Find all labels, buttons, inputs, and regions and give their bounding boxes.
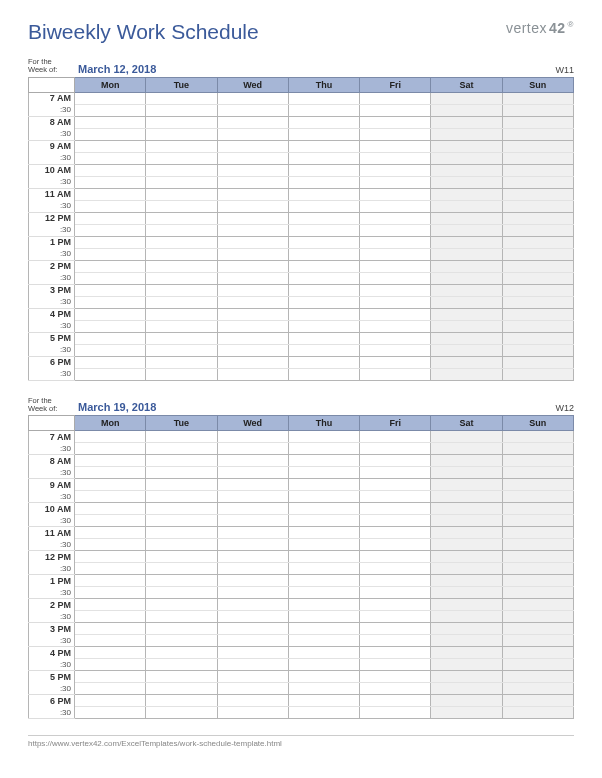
- schedule-cell[interactable]: [288, 647, 359, 659]
- schedule-cell[interactable]: [75, 176, 146, 188]
- schedule-cell[interactable]: [288, 248, 359, 260]
- schedule-cell[interactable]: [360, 635, 431, 647]
- schedule-cell[interactable]: [431, 320, 502, 332]
- schedule-cell[interactable]: [502, 671, 573, 683]
- schedule-cell[interactable]: [288, 443, 359, 455]
- schedule-cell[interactable]: [360, 671, 431, 683]
- schedule-cell[interactable]: [502, 152, 573, 164]
- schedule-cell[interactable]: [217, 140, 288, 152]
- schedule-cell[interactable]: [431, 635, 502, 647]
- schedule-cell[interactable]: [217, 671, 288, 683]
- schedule-cell[interactable]: [502, 587, 573, 599]
- schedule-cell[interactable]: [360, 623, 431, 635]
- schedule-cell[interactable]: [431, 503, 502, 515]
- schedule-cell[interactable]: [431, 188, 502, 200]
- schedule-cell[interactable]: [360, 128, 431, 140]
- schedule-cell[interactable]: [431, 443, 502, 455]
- schedule-cell[interactable]: [217, 200, 288, 212]
- schedule-cell[interactable]: [146, 527, 217, 539]
- schedule-cell[interactable]: [431, 683, 502, 695]
- schedule-cell[interactable]: [502, 635, 573, 647]
- schedule-cell[interactable]: [146, 308, 217, 320]
- schedule-cell[interactable]: [288, 296, 359, 308]
- schedule-cell[interactable]: [431, 164, 502, 176]
- schedule-cell[interactable]: [288, 503, 359, 515]
- schedule-cell[interactable]: [288, 515, 359, 527]
- schedule-cell[interactable]: [75, 92, 146, 104]
- schedule-cell[interactable]: [217, 128, 288, 140]
- schedule-cell[interactable]: [217, 320, 288, 332]
- schedule-cell[interactable]: [502, 332, 573, 344]
- schedule-cell[interactable]: [502, 431, 573, 443]
- schedule-cell[interactable]: [502, 467, 573, 479]
- schedule-cell[interactable]: [146, 611, 217, 623]
- schedule-cell[interactable]: [146, 515, 217, 527]
- schedule-cell[interactable]: [502, 575, 573, 587]
- schedule-cell[interactable]: [75, 236, 146, 248]
- schedule-cell[interactable]: [75, 599, 146, 611]
- schedule-cell[interactable]: [75, 308, 146, 320]
- schedule-cell[interactable]: [75, 539, 146, 551]
- schedule-cell[interactable]: [431, 575, 502, 587]
- schedule-cell[interactable]: [288, 236, 359, 248]
- schedule-cell[interactable]: [75, 455, 146, 467]
- schedule-cell[interactable]: [75, 623, 146, 635]
- schedule-cell[interactable]: [431, 599, 502, 611]
- schedule-cell[interactable]: [146, 443, 217, 455]
- schedule-cell[interactable]: [502, 503, 573, 515]
- schedule-cell[interactable]: [360, 527, 431, 539]
- schedule-cell[interactable]: [217, 491, 288, 503]
- schedule-cell[interactable]: [217, 368, 288, 380]
- schedule-cell[interactable]: [217, 284, 288, 296]
- schedule-cell[interactable]: [75, 260, 146, 272]
- schedule-cell[interactable]: [217, 116, 288, 128]
- schedule-cell[interactable]: [75, 128, 146, 140]
- schedule-cell[interactable]: [360, 503, 431, 515]
- schedule-cell[interactable]: [75, 368, 146, 380]
- schedule-cell[interactable]: [431, 515, 502, 527]
- schedule-cell[interactable]: [146, 272, 217, 284]
- schedule-cell[interactable]: [75, 443, 146, 455]
- schedule-cell[interactable]: [75, 635, 146, 647]
- schedule-cell[interactable]: [360, 140, 431, 152]
- schedule-cell[interactable]: [502, 236, 573, 248]
- schedule-cell[interactable]: [502, 479, 573, 491]
- schedule-cell[interactable]: [360, 707, 431, 719]
- schedule-cell[interactable]: [431, 431, 502, 443]
- schedule-cell[interactable]: [431, 296, 502, 308]
- schedule-cell[interactable]: [146, 455, 217, 467]
- schedule-cell[interactable]: [146, 152, 217, 164]
- schedule-cell[interactable]: [217, 308, 288, 320]
- schedule-cell[interactable]: [217, 551, 288, 563]
- schedule-cell[interactable]: [217, 635, 288, 647]
- schedule-cell[interactable]: [288, 695, 359, 707]
- schedule-cell[interactable]: [431, 539, 502, 551]
- schedule-cell[interactable]: [288, 455, 359, 467]
- schedule-cell[interactable]: [431, 479, 502, 491]
- schedule-cell[interactable]: [217, 599, 288, 611]
- schedule-cell[interactable]: [360, 599, 431, 611]
- schedule-cell[interactable]: [360, 92, 431, 104]
- schedule-cell[interactable]: [217, 515, 288, 527]
- schedule-cell[interactable]: [502, 188, 573, 200]
- schedule-cell[interactable]: [288, 431, 359, 443]
- schedule-cell[interactable]: [288, 707, 359, 719]
- schedule-cell[interactable]: [146, 479, 217, 491]
- schedule-cell[interactable]: [146, 128, 217, 140]
- schedule-cell[interactable]: [502, 563, 573, 575]
- schedule-cell[interactable]: [288, 575, 359, 587]
- schedule-cell[interactable]: [75, 296, 146, 308]
- schedule-cell[interactable]: [288, 563, 359, 575]
- schedule-cell[interactable]: [360, 260, 431, 272]
- schedule-cell[interactable]: [502, 176, 573, 188]
- schedule-cell[interactable]: [360, 320, 431, 332]
- schedule-cell[interactable]: [146, 296, 217, 308]
- schedule-cell[interactable]: [146, 140, 217, 152]
- schedule-cell[interactable]: [288, 527, 359, 539]
- schedule-cell[interactable]: [288, 635, 359, 647]
- schedule-cell[interactable]: [288, 176, 359, 188]
- schedule-cell[interactable]: [217, 224, 288, 236]
- schedule-cell[interactable]: [288, 587, 359, 599]
- schedule-cell[interactable]: [217, 176, 288, 188]
- schedule-cell[interactable]: [431, 308, 502, 320]
